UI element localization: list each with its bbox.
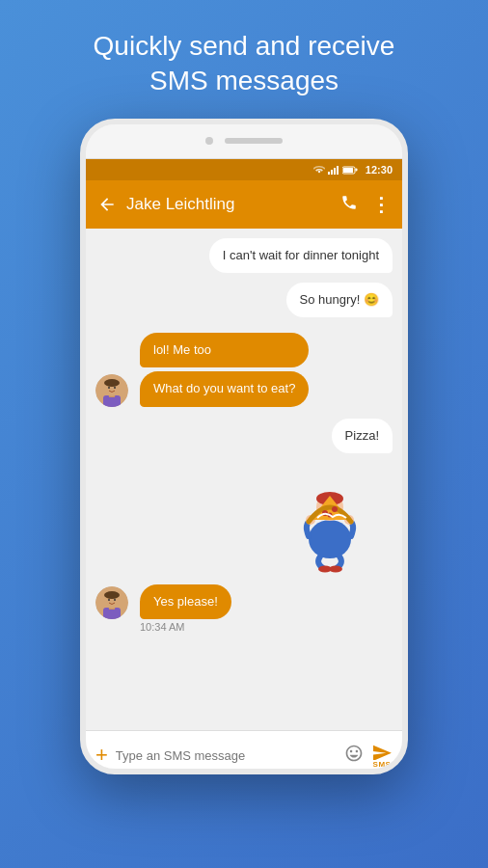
pizza-sticker bbox=[277, 467, 383, 573]
more-options-button[interactable]: ⋮ bbox=[371, 193, 391, 216]
message-bubble: Yes please! bbox=[140, 584, 231, 619]
message-row: Pizza! bbox=[95, 419, 393, 453]
message-input[interactable] bbox=[116, 748, 337, 763]
svg-point-31 bbox=[104, 591, 120, 599]
message-bubble: lol! Me too bbox=[140, 333, 309, 367]
avatar bbox=[95, 374, 128, 407]
svg-rect-2 bbox=[334, 168, 336, 175]
emoji-button[interactable] bbox=[344, 744, 364, 768]
headline: Quickly send and receive SMS messages bbox=[36, 0, 453, 119]
add-attachment-button[interactable]: + bbox=[95, 743, 108, 768]
message-bubble: What do you want to eat? bbox=[140, 371, 309, 406]
headline-line2: SMS messages bbox=[149, 66, 339, 95]
send-label: SMS bbox=[373, 760, 392, 769]
message-text: I can't wait for dinner tonight bbox=[223, 248, 379, 262]
wifi-icon bbox=[313, 165, 325, 175]
messages-area: I can't wait for dinner tonight So hungr… bbox=[86, 229, 402, 730]
incoming-bubbles: lol! Me too What do you want to eat? bbox=[140, 333, 309, 406]
message-text: What do you want to eat? bbox=[153, 381, 295, 395]
incoming-group: lol! Me too What do you want to eat? bbox=[95, 333, 393, 406]
svg-point-33 bbox=[114, 599, 116, 601]
message-text: Yes please! bbox=[153, 594, 218, 609]
avatar-image bbox=[95, 374, 128, 407]
incoming-final-group: Yes please! 10:34 AM bbox=[95, 584, 393, 633]
app-bar-actions: ⋮ bbox=[340, 193, 391, 216]
message-text: lol! Me too bbox=[153, 342, 211, 357]
avatar-image bbox=[95, 586, 128, 619]
message-row: So hungry! 😊 bbox=[95, 283, 393, 317]
signal-icon bbox=[328, 165, 339, 175]
svg-rect-6 bbox=[355, 168, 357, 171]
svg-point-32 bbox=[108, 599, 110, 601]
svg-point-11 bbox=[104, 379, 120, 387]
svg-point-12 bbox=[108, 387, 110, 389]
status-icons bbox=[313, 165, 358, 175]
phone-call-button[interactable] bbox=[340, 194, 358, 215]
back-button[interactable] bbox=[97, 195, 117, 214]
phone-frame: 12:30 Jake Leichtling ⋮ I can't wait for… bbox=[80, 119, 408, 774]
send-button[interactable]: SMS bbox=[371, 743, 393, 769]
message-timestamp: 10:34 AM bbox=[140, 621, 184, 633]
message-text: So hungry! 😊 bbox=[300, 292, 380, 307]
phone-speaker bbox=[225, 138, 283, 144]
contact-name: Jake Leichtling bbox=[126, 195, 331, 214]
message-text: Pizza! bbox=[345, 428, 379, 443]
svg-rect-5 bbox=[343, 168, 353, 173]
svg-point-13 bbox=[114, 387, 116, 389]
phone-top bbox=[86, 124, 402, 159]
svg-point-14 bbox=[309, 520, 351, 558]
svg-point-23 bbox=[332, 506, 338, 512]
message-bubble: So hungry! 😊 bbox=[286, 283, 393, 317]
svg-point-26 bbox=[329, 565, 342, 572]
svg-rect-3 bbox=[337, 166, 339, 175]
input-bar: + SMS bbox=[86, 730, 402, 774]
svg-rect-0 bbox=[328, 172, 330, 175]
message-row: I can't wait for dinner tonight bbox=[95, 238, 393, 273]
headline-line1: Quickly send and receive bbox=[94, 31, 395, 61]
phone-camera bbox=[205, 137, 213, 145]
avatar bbox=[95, 586, 128, 619]
message-bubble: Pizza! bbox=[332, 419, 393, 453]
incoming-with-avatar: Yes please! bbox=[95, 584, 231, 619]
app-bar: Jake Leichtling ⋮ bbox=[86, 180, 402, 229]
send-icon bbox=[371, 743, 393, 760]
status-time: 12:30 bbox=[366, 164, 393, 176]
status-bar: 12:30 bbox=[86, 159, 402, 180]
svg-rect-1 bbox=[331, 170, 333, 175]
sticker-row bbox=[95, 467, 393, 573]
battery-icon bbox=[342, 165, 358, 175]
message-bubble: I can't wait for dinner tonight bbox=[209, 238, 393, 273]
